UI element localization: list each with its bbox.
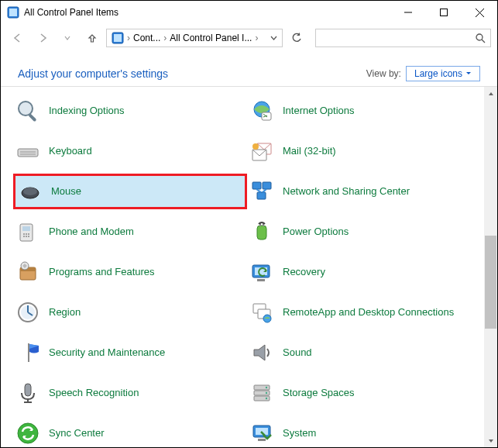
svg-rect-23: [263, 182, 271, 189]
item-label: System: [283, 428, 316, 439]
scroll-thumb[interactable]: [485, 236, 496, 329]
svg-rect-43: [257, 279, 265, 281]
speech-recognition-icon: [15, 380, 41, 406]
view-by-dropdown[interactable]: Large icons: [406, 66, 480, 81]
svg-point-61: [18, 423, 38, 443]
svg-rect-28: [22, 226, 30, 231]
item-programs-features[interactable]: Programs and Features: [13, 254, 247, 290]
phone-modem-icon: [15, 219, 41, 245]
scroll-down-button[interactable]: [484, 434, 497, 447]
view-by: View by: Large icons: [366, 66, 480, 81]
svg-rect-52: [25, 384, 31, 396]
titlebar[interactable]: All Control Panel Items: [1, 1, 497, 24]
remoteapp-icon: [249, 299, 275, 326]
item-region[interactable]: Region: [13, 295, 247, 330]
item-label: Mail (32-bit): [283, 146, 336, 157]
address-dropdown-icon[interactable]: [270, 35, 277, 42]
svg-point-59: [266, 392, 267, 394]
maximize-button[interactable]: [426, 1, 462, 24]
mouse-icon: [17, 178, 43, 205]
item-label: Internet Options: [283, 105, 355, 117]
network-icon: [249, 178, 275, 205]
sound-icon: [249, 339, 275, 366]
svg-rect-1: [9, 9, 17, 16]
internet-options-icon: [249, 98, 275, 124]
item-power-options[interactable]: Power Options: [247, 214, 481, 250]
item-label: Indexing Options: [49, 105, 125, 117]
svg-rect-51: [28, 343, 29, 362]
item-label: Keyboard: [49, 146, 92, 157]
svg-rect-11: [28, 113, 36, 122]
chevron-down-icon: [465, 71, 472, 77]
breadcrumb-segment[interactable]: All Control Panel I...: [170, 33, 252, 43]
svg-point-10: [19, 102, 33, 115]
svg-point-8: [476, 34, 483, 40]
addressbar-icon: [112, 32, 124, 44]
item-label: Storage Spaces: [283, 388, 355, 399]
navbar: › Cont... › All Control Panel I... ›: [1, 24, 497, 52]
svg-rect-35: [257, 226, 266, 240]
item-system[interactable]: System: [247, 415, 481, 447]
control-panel-icon: [7, 6, 19, 19]
item-label: Sound: [283, 347, 312, 359]
search-input[interactable]: [315, 29, 492, 47]
item-keyboard[interactable]: Keyboard: [13, 133, 247, 169]
vertical-scrollbar[interactable]: [484, 87, 497, 447]
item-network-sharing-center[interactable]: Network and Sharing Center: [247, 174, 481, 209]
item-label: Security and Maintenance: [49, 347, 165, 359]
item-phone-modem[interactable]: Phone and Modem: [13, 214, 247, 250]
item-recovery[interactable]: Recovery: [247, 254, 481, 290]
recent-dropdown[interactable]: [57, 27, 78, 49]
item-label: Sync Center: [49, 428, 105, 439]
forward-button[interactable]: [32, 27, 53, 49]
svg-rect-64: [258, 439, 266, 441]
item-label: RemoteApp and Desktop Connections: [283, 307, 454, 319]
refresh-button[interactable]: [286, 29, 307, 47]
chevron-right-icon: ›: [163, 33, 167, 43]
breadcrumb-segment[interactable]: Cont...: [133, 33, 160, 43]
item-internet-options[interactable]: Internet Options: [247, 93, 481, 129]
item-mail[interactable]: Mail (32-bit): [247, 133, 481, 169]
back-button[interactable]: [7, 27, 29, 49]
chevron-right-icon: ›: [255, 33, 258, 43]
keyboard-icon: [15, 138, 41, 164]
item-label: Region: [49, 307, 81, 319]
svg-point-58: [266, 387, 267, 388]
content-area: Indexing Options Internet Options Keyboa…: [1, 86, 497, 447]
indexing-options-icon: [15, 98, 41, 124]
item-speech-recognition[interactable]: Speech Recognition: [13, 375, 247, 411]
svg-line-26: [263, 189, 266, 192]
item-label: Network and Sharing Center: [283, 186, 410, 198]
scroll-track[interactable]: [484, 100, 497, 434]
svg-rect-14: [18, 149, 38, 157]
svg-point-19: [252, 143, 259, 150]
svg-line-25: [256, 189, 261, 192]
item-remoteapp-desktop[interactable]: RemoteApp and Desktop Connections: [247, 295, 481, 330]
scroll-up-button[interactable]: [484, 87, 497, 100]
items-grid: Indexing Options Internet Options Keyboa…: [1, 87, 484, 447]
item-indexing-options[interactable]: Indexing Options: [13, 93, 247, 129]
address-bar[interactable]: › Cont... › All Control Panel I... ›: [106, 29, 283, 47]
mail-icon: [249, 138, 275, 164]
item-label: Power Options: [283, 226, 349, 238]
window-buttons: [390, 1, 497, 24]
svg-point-31: [28, 233, 29, 235]
item-sound[interactable]: Sound: [247, 335, 481, 370]
svg-point-32: [23, 236, 25, 237]
minimize-button[interactable]: [390, 1, 426, 24]
item-mouse[interactable]: Mouse: [13, 174, 247, 209]
svg-point-21: [23, 188, 37, 195]
up-button[interactable]: [81, 27, 103, 49]
item-sync-center[interactable]: Sync Center: [13, 415, 247, 447]
view-by-value: Large icons: [414, 68, 462, 79]
close-button[interactable]: [462, 1, 497, 24]
chevron-right-icon: ›: [127, 33, 130, 43]
svg-line-9: [482, 40, 485, 43]
item-security-maintenance[interactable]: Security and Maintenance: [13, 335, 247, 370]
region-icon: [15, 299, 41, 326]
view-by-label: View by:: [366, 68, 401, 79]
recovery-icon: [249, 259, 275, 285]
svg-point-29: [23, 233, 25, 235]
item-storage-spaces[interactable]: Storage Spaces: [247, 375, 481, 411]
item-label: Mouse: [51, 186, 81, 198]
